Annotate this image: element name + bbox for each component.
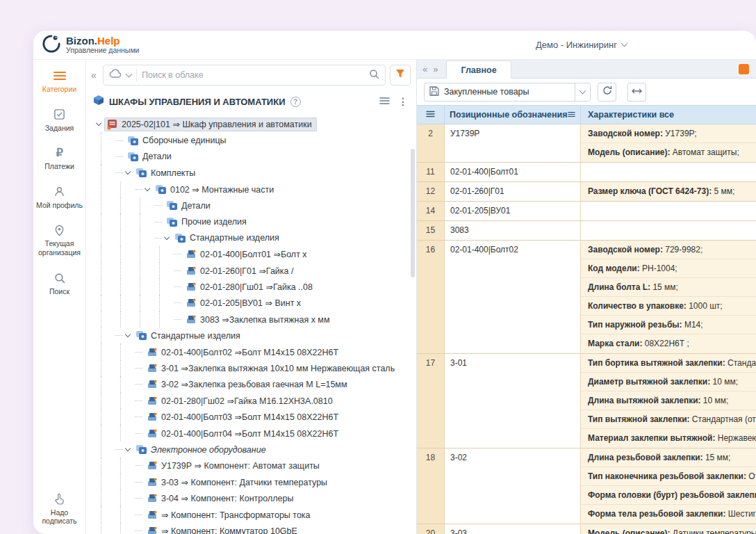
header-number-cell[interactable] xyxy=(417,106,445,124)
sidebar-item-organization[interactable]: Текущая организация xyxy=(35,224,84,257)
tree-item[interactable]: 02-01-400|Болт03 ⇒Болт М14х15 08Х22Н6Т xyxy=(96,409,416,425)
designation-cell[interactable]: 3-01 xyxy=(445,354,581,448)
expand-chevron-icon[interactable] xyxy=(125,170,131,176)
tree-item[interactable]: Детали xyxy=(96,197,416,213)
tree-item[interactable]: У1739Р ⇒ Компонент: Автомат защиты xyxy=(96,458,416,474)
characteristic-cell[interactable]: Диаметр вытяжной заклепки: 10 мм; xyxy=(581,373,756,391)
search-input[interactable] xyxy=(142,70,364,80)
tree-item[interactable]: 3-01 ⇒Заклепка вытяжная 10х10 мм Нержаве… xyxy=(96,360,416,376)
sidebar-item-search[interactable]: Поиск xyxy=(35,272,84,296)
tab-main[interactable]: Главное xyxy=(446,60,511,79)
row-number-cell[interactable]: 14 xyxy=(417,202,445,220)
row-number-cell[interactable]: 12 xyxy=(417,182,445,201)
designation-cell[interactable]: 3-03 xyxy=(445,524,581,534)
tree-item[interactable]: 02-01-400|Болт02 ⇒Болт М14х15 08Х22Н6Т xyxy=(96,343,416,359)
tree-item[interactable]: Детали xyxy=(96,149,416,165)
collapse-panel-icon[interactable]: « xyxy=(89,70,99,81)
cloud-chevron-down-icon[interactable] xyxy=(126,70,133,77)
characteristic-cell[interactable]: Размер ключа (ГОСТ 6424-73): 5 мм; xyxy=(581,182,756,201)
expand-chevron-icon[interactable] xyxy=(96,121,102,127)
panel-action-button[interactable] xyxy=(739,64,749,74)
tree-item[interactable]: 3-02 ⇒Заклепка резьбовая гаечная М L=15м… xyxy=(96,376,416,392)
characteristic-cell[interactable]: Заводской номер: 729-9982; xyxy=(581,241,756,259)
tree-item[interactable]: 02-01-280|Гш01 ⇒Гайка ..08 xyxy=(96,279,416,295)
characteristic-cell[interactable]: Тип наружной резьбы: М14; xyxy=(581,316,756,334)
tree-item[interactable]: ⇒ Компонент: Коммутатор 10GbE xyxy=(96,523,416,534)
characteristic-cell[interactable] xyxy=(581,163,756,181)
sidebar-item-payments[interactable]: ₽Платежи xyxy=(35,147,84,171)
tree-item[interactable]: 02-01-400|Болт01 ⇒Болт х xyxy=(96,246,416,262)
expand-chevron-icon[interactable] xyxy=(164,235,170,241)
tree-item[interactable]: 3-04 ⇒ Компонент: Контроллеры xyxy=(96,490,416,506)
view-selector[interactable]: Закупленные товары xyxy=(424,83,591,102)
row-number-cell[interactable]: 2 xyxy=(417,124,445,162)
sidebar-item-categories[interactable]: Категории xyxy=(35,70,84,94)
row-number-cell[interactable]: 18 xyxy=(417,448,445,524)
tree-item[interactable]: 02-01-280|Гш02 ⇒Гайка М16.12ХН3А.0810 xyxy=(96,393,416,409)
expand-chevron-icon[interactable] xyxy=(125,446,131,453)
row-number-cell[interactable]: 15 xyxy=(417,221,445,240)
sidebar-item-tasks[interactable]: Задания xyxy=(35,108,84,133)
characteristic-cell[interactable]: Длина болта L: 15 мм; xyxy=(581,278,756,297)
org-selector[interactable]: Демо - Инжиниринг xyxy=(536,40,627,50)
header-designation-cell[interactable]: Позиционные обозначения xyxy=(445,106,581,124)
tree-item[interactable]: Стандартные изделия xyxy=(96,230,416,246)
kebab-menu-icon[interactable]: ⋮ xyxy=(398,97,408,106)
cloud-icon[interactable] xyxy=(109,69,122,81)
characteristic-cell[interactable]: Тип вытяжной заклепки: Стандартная (откр xyxy=(581,410,756,429)
characteristic-cell[interactable]: Код модели: РН-1004; xyxy=(581,259,756,278)
header-characteristics-cell[interactable]: Характеристики все xyxy=(581,110,756,120)
designation-cell[interactable]: 02-01-400|Болт01 xyxy=(445,163,581,181)
sidebar-item-to-sign[interactable]: Надо подписать xyxy=(35,493,84,526)
tree-item[interactable]: Комплекты xyxy=(96,165,416,181)
characteristic-cell[interactable]: Материал заклепки вытяжной: Нержавеющ xyxy=(581,429,756,448)
help-icon[interactable]: ? xyxy=(290,97,301,107)
sidebar-item-profile[interactable]: Мой профиль xyxy=(35,186,84,210)
tree-item[interactable]: ⇒ Компонент: Трансформаторы тока xyxy=(96,506,416,522)
expand-chevron-icon[interactable] xyxy=(125,332,131,339)
characteristic-cell[interactable] xyxy=(581,202,756,220)
row-number-cell[interactable]: 11 xyxy=(417,163,445,181)
tree-item[interactable]: Электронное оборудование xyxy=(96,442,416,458)
tree-item[interactable]: 02-01-205|ВУ01 ⇒ Винт х xyxy=(96,295,416,311)
tree-item[interactable]: Прочие изделия xyxy=(96,213,416,229)
filter-button[interactable] xyxy=(390,65,411,86)
designation-cell[interactable]: 3083 xyxy=(445,221,581,240)
characteristic-cell[interactable]: Длина вытяжной заклепки: 10 мм; xyxy=(581,391,756,410)
tree-item[interactable]: 02-01-400|Болт04 ⇒Болт М14х15 08Х22Н6Т xyxy=(96,425,416,441)
designation-cell[interactable]: 02-01-205|ВУ01 xyxy=(445,202,581,220)
row-number-cell[interactable]: 17 xyxy=(417,354,445,448)
tree-item[interactable]: Стандартные изделия xyxy=(96,327,416,343)
row-number-cell[interactable]: 20 xyxy=(417,524,445,534)
tree-item[interactable]: Сборочные единицы xyxy=(96,132,416,148)
characteristic-cell[interactable]: Форма тела резьбовой заклепки: Шестигран xyxy=(581,505,756,524)
tree-item[interactable]: 2025-02|101 ⇒ Шкаф управления и автомати… xyxy=(96,116,416,132)
characteristic-cell[interactable]: Тип наконечника резьбовой заклепки: Откр xyxy=(581,467,756,486)
characteristic-cell[interactable]: Форма головки (бурт) резьбовой заклепки: xyxy=(581,486,756,505)
tree-item[interactable]: 3-03 ⇒ Компонент: Датчики температуры xyxy=(96,474,416,490)
collapse-left-icon[interactable]: « xyxy=(421,64,429,74)
resize-columns-button[interactable] xyxy=(627,83,646,102)
designation-cell[interactable]: 3-02 xyxy=(445,448,581,524)
designation-cell[interactable]: У1739Р xyxy=(445,124,581,162)
characteristic-cell[interactable]: Заводской номер: У1739Р; xyxy=(581,124,756,143)
designation-cell[interactable]: 02-01-260|Г01 xyxy=(445,182,581,201)
search-icon[interactable] xyxy=(369,69,379,82)
characteristic-cell[interactable]: Длина резьбовой заклепки: 15 мм; xyxy=(581,448,756,467)
menu-icon[interactable] xyxy=(379,95,390,108)
tree-scrollbar[interactable] xyxy=(411,149,415,277)
tree-item[interactable]: 02-01-260|Г01 ⇒Гайка / xyxy=(96,263,416,279)
designation-cell[interactable]: 02-01-400|Болт02 xyxy=(445,241,581,353)
characteristic-cell[interactable]: Марка стали: 08Х22Н6Т ; xyxy=(581,334,756,353)
collapse-right-icon[interactable]: » xyxy=(432,64,439,74)
characteristic-cell[interactable] xyxy=(581,221,756,240)
refresh-button[interactable] xyxy=(598,83,616,102)
characteristic-cell[interactable]: Модель (описание): Датчики температуры; xyxy=(581,524,756,534)
tree-item[interactable]: 3083 ⇒Заклепка вытяжная х мм xyxy=(96,312,416,327)
characteristic-cell[interactable]: Количество в упаковке: 1000 шт; xyxy=(581,297,756,316)
tree-item[interactable]: 0102 ⇒ Монтажные части xyxy=(96,181,416,197)
characteristic-cell[interactable]: Тип бортика вытяжной заклепки: Стандартн xyxy=(581,354,756,373)
characteristic-cell[interactable]: Модель (описание): Автомат защиты; xyxy=(581,143,756,162)
expand-chevron-icon[interactable] xyxy=(145,186,151,193)
row-number-cell[interactable]: 16 xyxy=(417,241,445,353)
